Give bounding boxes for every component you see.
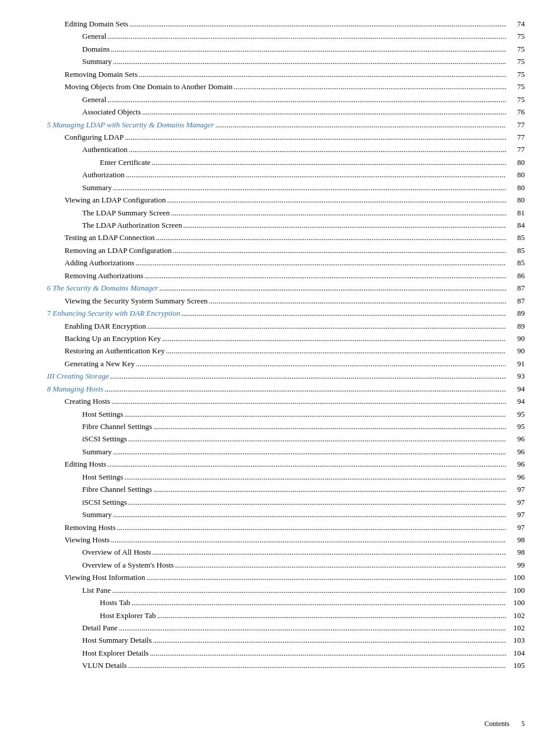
toc-entry-text: Adding Authorizations — [65, 256, 134, 269]
toc-page-num: 98 — [507, 534, 525, 546]
toc-entry-text: 8 Managing Hosts — [47, 383, 103, 395]
toc-entry-text: Overview of a System's Hosts — [82, 559, 174, 571]
toc-row: 5 Managing LDAP with Security & Domains … — [47, 119, 525, 131]
toc-dots — [131, 596, 506, 609]
toc-page-num: 97 — [507, 508, 525, 521]
toc-entry-text: Hosts Tab — [100, 596, 130, 609]
toc-entry-text: Summary — [82, 55, 112, 67]
toc-page-num: 90 — [507, 332, 525, 345]
toc-dots — [171, 207, 506, 219]
toc-entry-text: Viewing an LDAP Configuration — [65, 194, 166, 206]
toc-page-num: 102 — [507, 622, 525, 634]
toc-page-num: 89 — [507, 320, 525, 332]
toc-dots — [124, 408, 506, 420]
toc-row: Summary97 — [47, 508, 525, 521]
toc-dots — [107, 458, 506, 470]
toc-entry-text: Domains — [82, 43, 110, 55]
toc-row: Summary80 — [47, 181, 525, 194]
toc-entry-text: Overview of All Hosts — [82, 546, 151, 558]
toc-row: Hosts Tab100 — [47, 596, 525, 609]
toc-dots — [128, 433, 506, 445]
toc-page-num: 77 — [507, 119, 525, 131]
toc-entry-text: Configuring LDAP — [65, 131, 124, 143]
toc-row: Adding Authorizations85 — [47, 256, 525, 269]
toc-entry-text: 6 The Security & Domains Manager — [47, 282, 158, 294]
toc-dots — [128, 496, 506, 508]
toc-row: Testing an LDAP Connection85 — [47, 231, 525, 244]
toc-entry-text: Host Summary Details — [82, 634, 151, 646]
toc-row: Summary75 — [47, 55, 525, 67]
toc-row: Moving Objects from One Domain to Anothe… — [47, 80, 525, 93]
toc-row: Associated Objects76 — [47, 106, 525, 118]
toc-page-num: 89 — [507, 307, 525, 319]
toc-row: List Pane100 — [47, 584, 525, 596]
toc-page-num: 84 — [507, 219, 525, 231]
toc-dots — [113, 181, 506, 194]
toc-page-num: 85 — [507, 231, 525, 244]
toc-row: Editing Hosts96 — [47, 458, 525, 470]
toc-entry-text: The LDAP Summary Screen — [82, 207, 170, 219]
toc-row: Generating a New Key91 — [47, 357, 525, 370]
toc-row: Authentication77 — [47, 143, 525, 156]
toc-dots — [147, 320, 506, 332]
toc-dots — [234, 80, 506, 93]
toc-dots — [129, 143, 506, 156]
toc-row: Authorization80 — [47, 168, 525, 181]
toc-entry-text: Removing Hosts — [65, 521, 116, 534]
toc-dots — [139, 68, 506, 80]
toc-entry-text: iSCSI Settings — [82, 496, 127, 508]
toc-entry-text: Editing Domain Sets — [65, 18, 128, 30]
toc-page-num: 80 — [507, 156, 525, 168]
toc-row: Editing Domain Sets74 — [47, 18, 525, 30]
toc-dots — [104, 383, 506, 395]
toc-entry-text: Host Settings — [82, 408, 123, 420]
toc-row: Removing Domain Sets75 — [47, 68, 525, 80]
toc-page-num: 102 — [507, 609, 525, 622]
toc-row: Host Summary Details103 — [47, 634, 525, 646]
toc-entry-text: List Pane — [82, 584, 111, 596]
toc-row: Fibre Channel Settings95 — [47, 420, 525, 433]
toc-dots — [209, 295, 506, 307]
toc-page-num: 77 — [507, 143, 525, 156]
toc-row: Host Explorer Details104 — [47, 647, 525, 659]
toc-dots — [152, 546, 506, 558]
toc-page-num: 96 — [507, 458, 525, 470]
toc-page-num: 75 — [507, 30, 525, 42]
toc-dots — [153, 634, 506, 646]
toc-dots — [167, 194, 506, 206]
toc-dots — [215, 119, 506, 131]
toc-row: Detail Pane102 — [47, 622, 525, 634]
toc-page-num: 105 — [507, 659, 525, 671]
toc-page-num: 85 — [507, 256, 525, 269]
toc-entry-text: Moving Objects from One Domain to Anothe… — [65, 80, 232, 93]
toc-page-num: 76 — [507, 106, 525, 118]
toc-dots — [111, 534, 506, 546]
toc-page-num: 94 — [507, 383, 525, 395]
toc-row: Fibre Channel Settings97 — [47, 483, 525, 495]
toc-row: Backing Up an Encryption Key90 — [47, 332, 525, 345]
toc-row: General75 — [47, 93, 525, 106]
toc-dots — [153, 483, 506, 495]
toc-entry-text: Removing an LDAP Configuration — [65, 244, 172, 256]
toc-page-num: 100 — [507, 571, 525, 583]
toc-dots — [107, 93, 506, 106]
toc-page-num: 97 — [507, 496, 525, 508]
toc-entry-text: 7 Enhancing Security with DAR Encryption — [47, 307, 180, 319]
toc-page-num: 77 — [507, 131, 525, 143]
toc-page-num: 96 — [507, 471, 525, 483]
toc-dots — [113, 508, 506, 521]
footer-page: 5 — [521, 720, 525, 728]
toc-dots — [113, 55, 506, 67]
toc-dots — [117, 521, 506, 534]
toc-dots — [160, 282, 506, 294]
toc-dots — [144, 269, 506, 282]
toc-dots — [125, 131, 506, 143]
toc-page-num: 100 — [507, 596, 525, 609]
toc-row: Removing Hosts97 — [47, 521, 525, 534]
toc-entry-text: Creating Hosts — [65, 395, 110, 407]
toc-row: Restoring an Authentication Key90 — [47, 345, 525, 357]
toc-row: III Creating Storage93 — [47, 370, 525, 382]
toc-dots — [153, 420, 506, 433]
toc-page-num: 87 — [507, 295, 525, 307]
toc-dots — [136, 357, 506, 370]
